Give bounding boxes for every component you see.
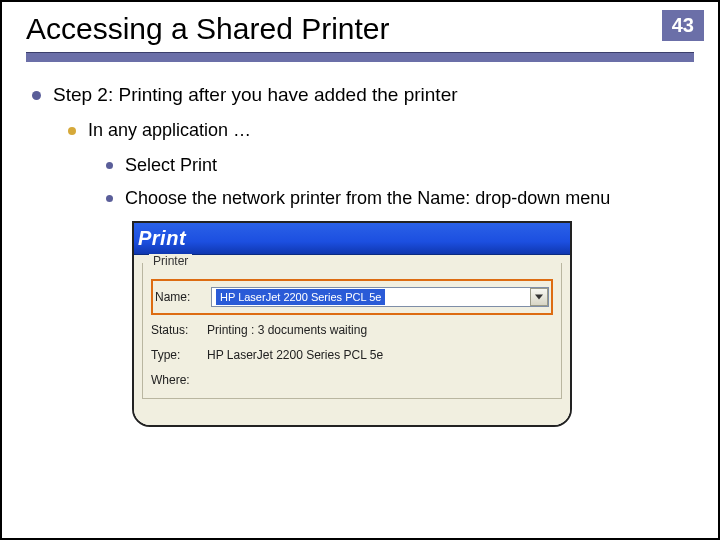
status-label: Status: <box>151 323 207 337</box>
name-label: Name: <box>155 290 211 304</box>
printer-groupbox: Printer Name: HP LaserJet 2200 Series PC… <box>142 263 562 399</box>
content: Step 2: Printing after you have added th… <box>2 62 718 427</box>
type-label: Type: <box>151 348 207 362</box>
slide-title: Accessing a Shared Printer <box>26 12 718 48</box>
bullet-text: In any application … <box>88 120 251 141</box>
dialog-title: Print <box>138 227 186 250</box>
name-row-highlight: Name: HP LaserJet 2200 Series PCL 5e <box>151 279 553 315</box>
status-value: Printing : 3 documents waiting <box>207 323 553 337</box>
page-number: 43 <box>662 10 704 41</box>
bullet-text: Choose the network printer from the Name… <box>125 188 610 209</box>
dialog-titlebar: Print <box>134 223 570 255</box>
bullet-text: Select Print <box>125 155 217 176</box>
bullet-level3: Choose the network printer from the Name… <box>106 188 688 209</box>
slide: 43 Accessing a Shared Printer Step 2: Pr… <box>2 2 718 538</box>
print-dialog: Print Printer Name: HP LaserJet 2200 Ser… <box>132 221 572 427</box>
chevron-down-icon[interactable] <box>530 288 548 306</box>
bullet-icon <box>32 91 41 100</box>
dropdown-selected: HP LaserJet 2200 Series PCL 5e <box>216 289 385 305</box>
bullet-text: Step 2: Printing after you have added th… <box>53 84 458 106</box>
title-area: Accessing a Shared Printer <box>2 2 718 62</box>
status-row: Status: Printing : 3 documents waiting <box>151 319 553 341</box>
name-row: Name: HP LaserJet 2200 Series PCL 5e <box>155 286 549 308</box>
printer-name-dropdown[interactable]: HP LaserJet 2200 Series PCL 5e <box>211 287 549 307</box>
where-label: Where: <box>151 373 207 387</box>
bullet-icon <box>68 127 76 135</box>
type-row: Type: HP LaserJet 2200 Series PCL 5e <box>151 344 553 366</box>
where-row: Where: <box>151 369 553 391</box>
type-value: HP LaserJet 2200 Series PCL 5e <box>207 348 553 362</box>
bullet-level3: Select Print <box>106 155 688 176</box>
group-legend: Printer <box>149 254 192 268</box>
dialog-body: Printer Name: HP LaserJet 2200 Series PC… <box>134 255 570 425</box>
svg-marker-0 <box>535 295 543 300</box>
bullet-icon <box>106 162 113 169</box>
bullet-icon <box>106 195 113 202</box>
bullet-level1: Step 2: Printing after you have added th… <box>32 84 688 106</box>
bullet-level2: In any application … <box>68 120 688 141</box>
title-underline <box>26 52 694 62</box>
